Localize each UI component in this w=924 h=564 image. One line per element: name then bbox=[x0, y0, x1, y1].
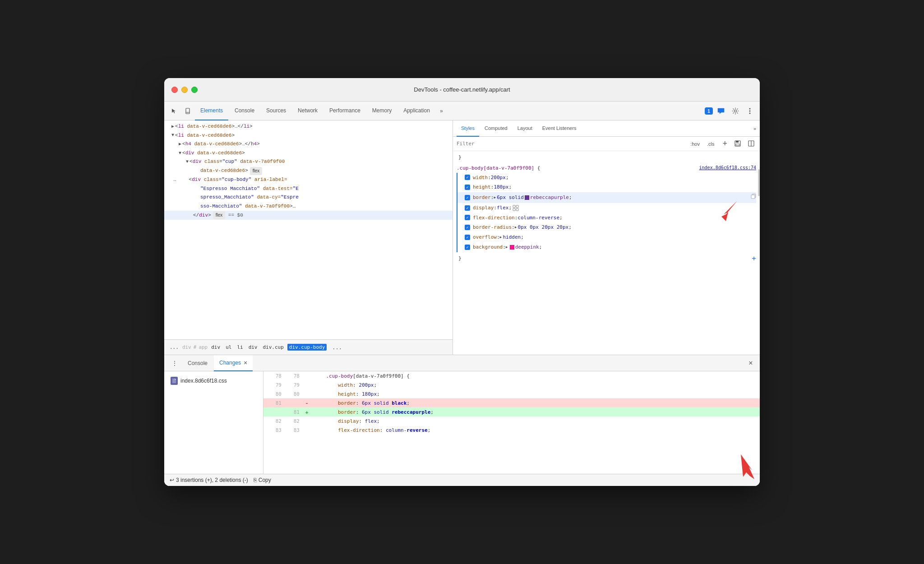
css-checkbox[interactable] bbox=[465, 175, 470, 180]
css-property-row-height[interactable]: height : 180px ; bbox=[457, 182, 756, 192]
cursor-icon[interactable] bbox=[168, 105, 180, 117]
tab-application[interactable]: Application bbox=[398, 102, 435, 120]
html-line[interactable]: ▶ <h4 data-v-ced68de6 > … </h4> bbox=[164, 140, 453, 149]
expand-triangle[interactable]: ▶ bbox=[171, 123, 174, 130]
tab-sources[interactable]: Sources bbox=[261, 102, 291, 120]
tab-console-bottom[interactable]: Console bbox=[182, 355, 213, 371]
tab-computed[interactable]: Computed bbox=[480, 120, 512, 137]
bottom-panel: ⋮ Console Changes × × bbox=[164, 355, 760, 486]
breadcrumb-item[interactable]: ul bbox=[224, 344, 233, 351]
expand-triangle[interactable]: ▼ bbox=[179, 150, 181, 157]
tab-network[interactable]: Network bbox=[292, 102, 323, 120]
css-checkbox[interactable] bbox=[465, 185, 470, 190]
html-line[interactable]: "Espresso Macchiato" data-test="E bbox=[164, 185, 453, 194]
more-panel-options[interactable]: ⋮ bbox=[168, 360, 181, 367]
maximize-button[interactable] bbox=[191, 87, 198, 93]
css-checkbox[interactable] bbox=[465, 235, 470, 240]
more-breadcrumb[interactable]: ... bbox=[328, 342, 346, 352]
copy-label: Copy bbox=[259, 477, 271, 483]
file-name: index.8d6c6f18.css bbox=[180, 378, 227, 384]
expand-triangle[interactable]: ▶ bbox=[506, 244, 508, 250]
breadcrumb-item[interactable]: li bbox=[235, 344, 245, 351]
more-tabs-button[interactable]: » bbox=[436, 106, 447, 116]
expand-triangle[interactable]: ▼ bbox=[171, 132, 174, 139]
copy-button[interactable] bbox=[751, 193, 756, 203]
undo-button[interactable]: ↩ 3 insertions (+), 2 deletions (-) bbox=[170, 477, 248, 483]
save-stylesheet-button[interactable] bbox=[733, 139, 743, 148]
breadcrumb-item[interactable]: div bbox=[247, 344, 259, 351]
hov-button[interactable]: :hov bbox=[688, 140, 702, 148]
tab-memory[interactable]: Memory bbox=[367, 102, 397, 120]
css-checkbox[interactable] bbox=[465, 195, 470, 200]
breadcrumb-item[interactable]: ... bbox=[168, 344, 180, 351]
css-checkbox[interactable] bbox=[465, 245, 470, 250]
html-line[interactable]: sso-Macchiato" data-v-7a0f9f00 >… bbox=[164, 202, 453, 211]
html-line[interactable]: ▼ <div class="cup" data-v-7a0f9f00 bbox=[164, 157, 453, 166]
expand-triangle[interactable]: ▶ bbox=[494, 194, 496, 201]
css-property-row-border[interactable]: border : ▶ 6px solid rebeccapurple ; bbox=[457, 192, 756, 203]
css-property-row-width[interactable]: width : 200px ; bbox=[457, 173, 756, 183]
html-line[interactable]: </div> flex == $0 bbox=[164, 211, 453, 220]
expand-triangle[interactable]: ▶ bbox=[515, 224, 517, 231]
tab-layout[interactable]: Layout bbox=[513, 120, 537, 137]
add-property-button[interactable]: + bbox=[752, 252, 756, 265]
color-swatch[interactable] bbox=[525, 195, 529, 200]
tab-styles[interactable]: Styles bbox=[457, 120, 479, 137]
close-bottom-panel-button[interactable]: × bbox=[745, 358, 756, 369]
svg-rect-14 bbox=[513, 205, 515, 208]
tab-console[interactable]: Console bbox=[229, 102, 260, 120]
settings-icon[interactable] bbox=[729, 105, 742, 117]
html-line[interactable]: ▼ <li data-v-ced68de6 > bbox=[164, 131, 453, 140]
minimize-button[interactable] bbox=[181, 87, 188, 93]
tab-performance[interactable]: Performance bbox=[324, 102, 366, 120]
file-item[interactable]: index.8d6c6f18.css bbox=[168, 375, 259, 387]
html-line[interactable]: ▼ <div data-v-ced68de6 > bbox=[164, 149, 453, 158]
breadcrumb-item[interactable]: div bbox=[209, 344, 222, 351]
close-button[interactable] bbox=[171, 87, 178, 93]
add-style-button[interactable]: + bbox=[721, 139, 729, 148]
html-line[interactable]: ▶ <li data-v-ced68de6 > … </li> bbox=[164, 122, 453, 131]
css-property-row-display[interactable]: display : flex ; bbox=[457, 203, 756, 213]
expand-triangle[interactable]: ▼ bbox=[186, 158, 189, 166]
diff-line: 78 78 .cup-body[data-v-7a0f9f00] { bbox=[263, 371, 760, 380]
more-styles-tabs[interactable]: » bbox=[753, 126, 756, 131]
expand-panel-button[interactable] bbox=[746, 139, 756, 148]
cls-button[interactable]: .cls bbox=[705, 140, 716, 148]
diff-panel: 78 78 .cup-body[data-v-7a0f9f00] { 79 79… bbox=[263, 371, 760, 474]
css-property-row-overflow[interactable]: overflow : ▶ hidden ; bbox=[457, 232, 756, 242]
undo-label: 3 insertions (+), 2 deletions (-) bbox=[176, 477, 248, 483]
ellipsis-button[interactable]: … bbox=[171, 176, 178, 184]
expand-triangle[interactable]: ▶ bbox=[500, 234, 502, 240]
expand-triangle[interactable]: ▶ bbox=[179, 141, 181, 148]
elements-tree[interactable]: ▶ <li data-v-ced68de6 > … </li> ▼ <li da… bbox=[164, 120, 453, 339]
tab-changes[interactable]: Changes × bbox=[214, 355, 253, 371]
tab-elements[interactable]: Elements bbox=[195, 102, 228, 120]
html-line[interactable]: spresso_Macchiato" data-cy="Espre bbox=[164, 193, 453, 202]
svg-rect-13 bbox=[751, 195, 755, 199]
close-tab-icon[interactable]: × bbox=[244, 359, 247, 366]
css-property-row-flex-direction[interactable]: flex-direction : column-reverse ; bbox=[457, 213, 756, 223]
color-swatch[interactable] bbox=[510, 245, 514, 250]
mobile-icon[interactable] bbox=[181, 105, 194, 117]
chat-icon[interactable] bbox=[715, 105, 727, 117]
scrollbar[interactable] bbox=[758, 169, 760, 196]
css-property-row-background[interactable]: background : ▶ deeppink ; bbox=[457, 242, 756, 252]
css-property-row-border-radius[interactable]: border-radius : ▶ 0px 0px 20px 20px ; bbox=[457, 222, 756, 232]
css-checkbox[interactable] bbox=[465, 215, 470, 220]
more-options-icon[interactable] bbox=[744, 105, 756, 117]
css-source-link[interactable]: index.8d6c6f18.css:74 bbox=[699, 164, 756, 172]
breadcrumb-item-active[interactable]: div.cup-body bbox=[287, 344, 327, 351]
bottom-content: index.8d6c6f18.css 78 78 .cup-body[data-… bbox=[164, 371, 760, 474]
diff-line-added: 81 + border: 6px solid rebeccapurple; bbox=[263, 407, 760, 416]
copy-changes-button[interactable]: ⎘ Copy bbox=[254, 477, 271, 483]
html-line[interactable]: … <div class="cup-body" aria-label= bbox=[164, 176, 453, 185]
grid-layout-icon[interactable] bbox=[513, 205, 519, 211]
filter-input[interactable] bbox=[457, 141, 685, 147]
css-checkbox[interactable] bbox=[465, 205, 470, 211]
breadcrumb-item[interactable]: div.cup bbox=[261, 344, 286, 351]
tab-event-listeners[interactable]: Event Listeners bbox=[538, 120, 581, 137]
styles-content[interactable]: } .cup-body[data-v-7a0f9f00] { index.8d6… bbox=[453, 151, 760, 355]
css-checkbox[interactable] bbox=[465, 225, 470, 230]
html-line[interactable]: data-v-ced68de6 > flex bbox=[164, 166, 453, 176]
svg-point-6 bbox=[749, 112, 751, 114]
